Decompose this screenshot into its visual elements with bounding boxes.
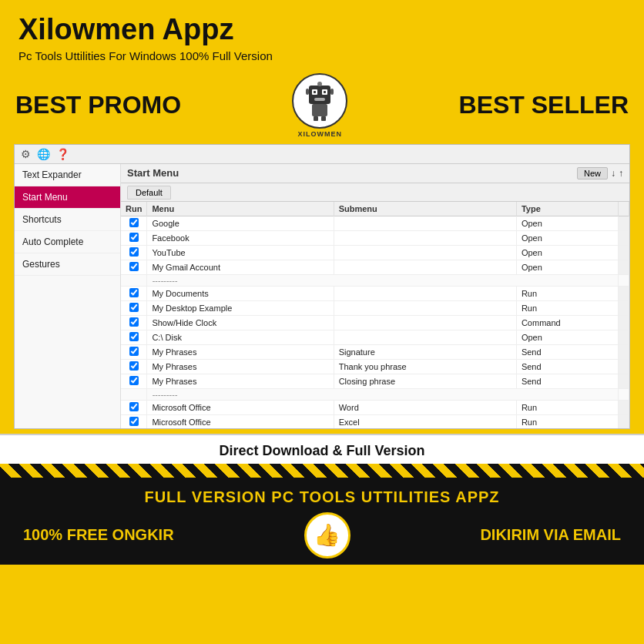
type-cell: Send	[516, 359, 618, 374]
col-run: Run	[121, 202, 147, 216]
cb-cell[interactable]	[121, 359, 147, 374]
menu-table: Run Menu Submenu Type Google Open	[121, 202, 629, 428]
table-row: Show/Hide Clock Command	[121, 315, 629, 330]
menu-cell: My Gmail Account	[147, 260, 334, 274]
cb-cell[interactable]	[121, 286, 147, 300]
app-body: Text Expander Start Menu Shortcuts Auto …	[15, 164, 629, 428]
type-cell: Open	[516, 330, 618, 344]
separator-cell: ---------	[147, 388, 619, 400]
row-checkbox[interactable]	[129, 288, 139, 297]
row-checkbox[interactable]	[129, 417, 139, 426]
table-row: C:\ Disk Open	[121, 330, 629, 344]
row-checkbox[interactable]	[129, 347, 139, 356]
stripe-border	[0, 464, 644, 478]
table-row: My Phrases Closing phrase Send	[121, 374, 629, 388]
submenu-cell: Signature	[334, 344, 516, 359]
svg-rect-9	[314, 116, 318, 121]
svg-rect-10	[321, 116, 326, 121]
table-row: ---------	[121, 274, 629, 286]
svg-rect-5	[314, 98, 325, 101]
tab-default[interactable]: Default	[127, 186, 171, 200]
sidebar-item-auto-complete[interactable]: Auto Complete	[15, 231, 120, 253]
scrollbar-cell	[619, 414, 629, 428]
row-checkbox[interactable]	[129, 233, 139, 242]
scrollbar-cell	[619, 315, 629, 330]
logo-circle	[292, 73, 347, 129]
promo-bar: BEST PROMO XILOWMEN BEST SELLER	[0, 70, 644, 141]
scrollbar-cell	[619, 359, 629, 374]
row-checkbox[interactable]	[129, 317, 139, 327]
main-header: Start Menu New ↓ ↑	[121, 164, 629, 183]
scrollbar-cell	[619, 300, 629, 315]
row-checkbox[interactable]	[129, 332, 139, 341]
sort-down-icon[interactable]: ↓	[611, 168, 615, 179]
cb-cell[interactable]	[121, 245, 147, 260]
bottom-banner: Direct Download & Full Version	[0, 434, 644, 464]
row-checkbox[interactable]	[129, 218, 139, 227]
scrollbar-cell	[619, 344, 629, 359]
table-body: Google Open Facebook Open YouTube Open	[121, 216, 629, 428]
robot-logo-icon	[298, 79, 341, 122]
sidebar-item-start-menu[interactable]: Start Menu	[15, 186, 120, 209]
submenu-cell	[334, 300, 516, 315]
table-row: YouTube Open	[121, 245, 629, 260]
table-row: Microsoft Office Excel Run	[121, 414, 629, 428]
sidebar-item-text-expander[interactable]: Text Expander	[15, 164, 120, 186]
cb-cell[interactable]	[121, 216, 147, 230]
sidebar-item-gestures[interactable]: Gestures	[15, 253, 120, 276]
submenu-cell: Thank you phrase	[334, 359, 516, 374]
table-container: Run Menu Submenu Type Google Open	[121, 202, 629, 428]
scrollbar-cell	[619, 388, 629, 400]
menu-cell: Google	[147, 216, 334, 230]
sidebar: Text Expander Start Menu Shortcuts Auto …	[15, 164, 121, 428]
footer-free-label: 100% FREE ONGKIR	[23, 526, 174, 544]
cb-cell[interactable]	[121, 300, 147, 315]
cb-cell[interactable]	[121, 260, 147, 274]
bottom-banner-text: Direct Download & Full Version	[0, 443, 644, 459]
scrollbar-cell	[619, 330, 629, 344]
footer-email-label: DIKIRIM VIA EMAIL	[480, 526, 621, 544]
row-checkbox[interactable]	[129, 361, 139, 371]
cb-cell[interactable]	[121, 414, 147, 428]
cb-cell[interactable]	[121, 230, 147, 245]
globe-icon[interactable]: 🌐	[37, 148, 50, 160]
menu-cell: Facebook	[147, 230, 334, 245]
type-cell: Run	[516, 400, 618, 414]
app-subtitle: Pc Tools Uttilities For Windows 100% Ful…	[18, 49, 626, 62]
submenu-cell	[334, 260, 516, 274]
submenu-cell: Excel	[334, 414, 516, 428]
svg-rect-7	[330, 89, 334, 95]
scrollbar-header	[619, 202, 629, 216]
footer: FULL VERSION PC TOOLS UTTILITIES APPZ 10…	[0, 478, 644, 565]
submenu-cell	[334, 286, 516, 300]
cb-cell[interactable]	[121, 400, 147, 414]
app-title: Xilowmen Appz	[18, 14, 626, 46]
table-row: ---------	[121, 388, 629, 400]
menu-cell: My Desktop Example	[147, 300, 334, 315]
row-checkbox[interactable]	[129, 247, 139, 257]
menu-cell: Show/Hide Clock	[147, 315, 334, 330]
cb-cell[interactable]	[121, 315, 147, 330]
scrollbar-cell	[619, 400, 629, 414]
window-title: Start Menu	[127, 167, 179, 179]
row-checkbox[interactable]	[129, 262, 139, 271]
cb-cell[interactable]	[121, 374, 147, 388]
cb-cell	[121, 388, 147, 400]
row-checkbox[interactable]	[129, 303, 139, 312]
svg-rect-6	[306, 89, 309, 95]
help-icon[interactable]: ❓	[56, 148, 69, 160]
scrollbar-cell	[619, 274, 629, 286]
row-checkbox[interactable]	[129, 402, 139, 411]
menu-cell: Microsoft Office	[147, 400, 334, 414]
main-content: Start Menu New ↓ ↑ Default Run Menu	[121, 164, 629, 428]
menu-cell: Microsoft Office	[147, 414, 334, 428]
table-row: My Desktop Example Run	[121, 300, 629, 315]
new-button[interactable]: New	[577, 167, 608, 179]
sidebar-item-shortcuts[interactable]: Shortcuts	[15, 209, 120, 231]
sort-up-icon[interactable]: ↑	[619, 168, 623, 179]
row-checkbox[interactable]	[129, 376, 139, 385]
cb-cell[interactable]	[121, 344, 147, 359]
svg-rect-8	[312, 104, 327, 116]
settings-icon[interactable]: ⚙	[21, 148, 31, 160]
cb-cell[interactable]	[121, 330, 147, 344]
